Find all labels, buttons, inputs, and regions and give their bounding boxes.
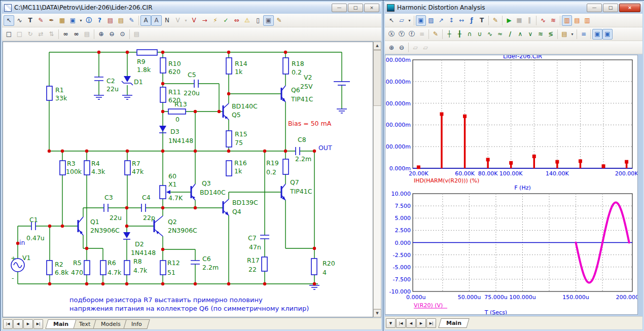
- sheet-tab[interactable]: Main: [45, 319, 76, 329]
- data-points-toggle-icon[interactable]: ▥: [562, 15, 572, 26]
- restore-button[interactable]: □: [348, 4, 363, 12]
- vertical-scroll-thumb[interactable]: [373, 50, 381, 106]
- zoom-out-icon[interactable]: ⊖: [397, 42, 407, 53]
- attribute-warning-toggle-icon[interactable]: ⚠: [242, 15, 253, 26]
- find-next-icon[interactable]: ∞: [71, 29, 82, 40]
- info-mode-icon[interactable]: ⓘ: [84, 15, 94, 26]
- schematic-canvas[interactable]: R133kC222uD1R91.8kR10620C5220uR11620R130…: [3, 42, 373, 317]
- scale-mode-icon[interactable]: ▣: [416, 15, 426, 26]
- zoom-in-icon[interactable]: ⊕: [96, 29, 106, 40]
- flip-vertical-icon[interactable]: ⇅: [46, 29, 57, 40]
- track-cursors-toggle-icon[interactable]: ▣: [602, 29, 613, 40]
- page-dropdown-button[interactable]: ▼: [386, 318, 396, 328]
- plot-tab[interactable]: Main: [438, 318, 469, 328]
- close-button[interactable]: ×: [364, 4, 379, 12]
- find-component-icon[interactable]: ▣: [67, 15, 78, 26]
- first-page-button[interactable]: |◀: [396, 318, 406, 328]
- rotate-icon[interactable]: ↻: [25, 29, 35, 40]
- y-axis-settings-icon[interactable]: Ⓨ: [397, 29, 407, 40]
- help-on-part-icon[interactable]: ✎: [126, 15, 137, 26]
- schematic-window-titlebar[interactable]: C:\MC11\DATA\Petrov\Lider-206\Lider-206.…: [2, 2, 381, 13]
- next-page-button[interactable]: ▶: [416, 318, 426, 328]
- text-mode-icon[interactable]: T: [25, 15, 35, 26]
- horizontal-tag-mode-icon[interactable]: ↔: [456, 15, 467, 26]
- cursor-vertical-icon[interactable]: ╂: [454, 29, 464, 40]
- sheet-toggle-icon[interactable]: ▯: [253, 15, 263, 26]
- flag-mode-icon[interactable]: ✒: [46, 15, 57, 26]
- scroll-down-button[interactable]: ▼: [373, 309, 381, 317]
- crosshair-select-toggle-icon[interactable]: ▣: [263, 15, 274, 26]
- clipboard-icon[interactable]: ▤: [559, 29, 569, 40]
- graphics-mode-icon[interactable]: ✎: [35, 15, 46, 26]
- current-arrow-toggle-icon[interactable]: →: [199, 15, 210, 26]
- wire-mode-icon[interactable]: ∿: [14, 15, 25, 26]
- align-cursors-toggle-icon[interactable]: ▣: [592, 29, 602, 40]
- sheet-tab[interactable]: Info: [123, 319, 150, 329]
- properties-icon[interactable]: ✎: [274, 15, 284, 26]
- pin-connections-toggle-icon[interactable]: ⇔: [231, 15, 242, 26]
- numeric-output-icon[interactable]: ≡: [579, 29, 589, 40]
- same-scales-icon[interactable]: ≡: [417, 29, 427, 40]
- envelope-icon[interactable]: ≋: [535, 29, 546, 40]
- fx-settings-icon[interactable]: ⓕ: [407, 29, 417, 40]
- region-enable-mode-icon[interactable]: ▤: [116, 15, 126, 26]
- last-page-button[interactable]: ▶|: [426, 318, 436, 328]
- performance-tag-mode-icon[interactable]: ƒ: [467, 15, 477, 26]
- power-toggle-icon[interactable]: ⚡: [210, 15, 221, 26]
- point-tag-mode-icon[interactable]: ↗: [436, 15, 446, 26]
- attribute-text-toggle-icon[interactable]: A: [140, 15, 151, 26]
- slope-icon[interactable]: /: [505, 29, 515, 40]
- shapes-dropdown-icon[interactable]: ▾: [407, 15, 412, 26]
- waveform-icon[interactable]: ∿: [485, 29, 495, 40]
- node-voltages-dropdown-icon[interactable]: ▾: [183, 15, 189, 26]
- copy-image-icon[interactable]: ▤: [131, 29, 142, 40]
- help-mode-icon[interactable]: ?: [94, 15, 105, 26]
- find-component-dropdown-icon[interactable]: ▾: [78, 15, 84, 26]
- next-page-button[interactable]: ▶: [23, 319, 33, 329]
- current-toggle-icon[interactable]: V: [189, 15, 199, 26]
- condition-toggle-icon[interactable]: ✓: [221, 15, 231, 26]
- properties-icon[interactable]: ✎: [490, 15, 500, 26]
- zoom-percent-icon[interactable]: ⊙: [117, 29, 128, 40]
- tile-windows-icon[interactable]: ▱: [420, 42, 431, 53]
- pause-button-icon[interactable]: ‖: [524, 15, 534, 26]
- plot-area[interactable]: Lider-206.CIR500.000m400.000m300.000m200…: [385, 55, 638, 315]
- find-icon[interactable]: ∞: [60, 29, 71, 40]
- peak-icon[interactable]: ∩: [464, 29, 475, 40]
- select-tool-icon[interactable]: ↖: [4, 15, 14, 26]
- smooth-icon[interactable]: ≈: [495, 29, 505, 40]
- stop-button-icon[interactable]: ■: [514, 15, 524, 26]
- node-numbers-toggle-icon[interactable]: N: [162, 15, 172, 26]
- file-link-mode-icon[interactable]: ▤: [105, 15, 116, 26]
- zoom-out-icon[interactable]: ⊖: [106, 29, 117, 40]
- select-area-icon[interactable]: □: [4, 29, 14, 40]
- prev-page-button[interactable]: ◀: [406, 318, 416, 328]
- local-min-icon[interactable]: ∨: [525, 29, 535, 40]
- minimize-button[interactable]: —: [332, 4, 347, 12]
- valley-icon[interactable]: ∪: [475, 29, 485, 40]
- cursor-horizontal-icon[interactable]: ┼: [444, 29, 454, 40]
- token-toggle-icon[interactable]: ▤: [572, 15, 582, 26]
- shape-select-icon[interactable]: □: [14, 29, 25, 40]
- flip-horizontal-icon[interactable]: ⇄: [35, 29, 46, 40]
- text-mode-icon[interactable]: T: [477, 15, 487, 26]
- animate-wait-icon[interactable]: ≋: [548, 15, 558, 26]
- cascade-windows-icon[interactable]: ▱: [410, 42, 420, 53]
- grid-text-toggle-icon[interactable]: A: [151, 15, 162, 26]
- select-tool-icon[interactable]: ↖: [386, 15, 397, 26]
- shapes-tool-icon[interactable]: ▱: [397, 15, 407, 26]
- analysis-limits-icon[interactable]: ✎: [431, 29, 441, 40]
- local-max-icon[interactable]: ∧: [515, 29, 525, 40]
- animate-ramp-icon[interactable]: ∿: [538, 15, 548, 26]
- analysis-window-titlebar[interactable]: Harmonic Distortion Analysis — □ ×: [385, 2, 642, 13]
- first-page-button[interactable]: |◀: [3, 319, 13, 329]
- overlay-icon[interactable]: ≶: [546, 29, 556, 40]
- minimize-button[interactable]: —: [587, 4, 602, 12]
- scroll-up-button[interactable]: ▲: [373, 42, 381, 50]
- node-voltages-toggle-icon[interactable]: V: [172, 15, 183, 26]
- clipboard-dropdown-icon[interactable]: ▾: [569, 29, 575, 40]
- zoom-in-icon[interactable]: ⊕: [386, 42, 397, 53]
- run-button-icon[interactable]: ▶: [504, 15, 514, 26]
- last-page-button[interactable]: ▶|: [33, 319, 43, 329]
- vertical-tag-mode-icon[interactable]: ↕: [446, 15, 456, 26]
